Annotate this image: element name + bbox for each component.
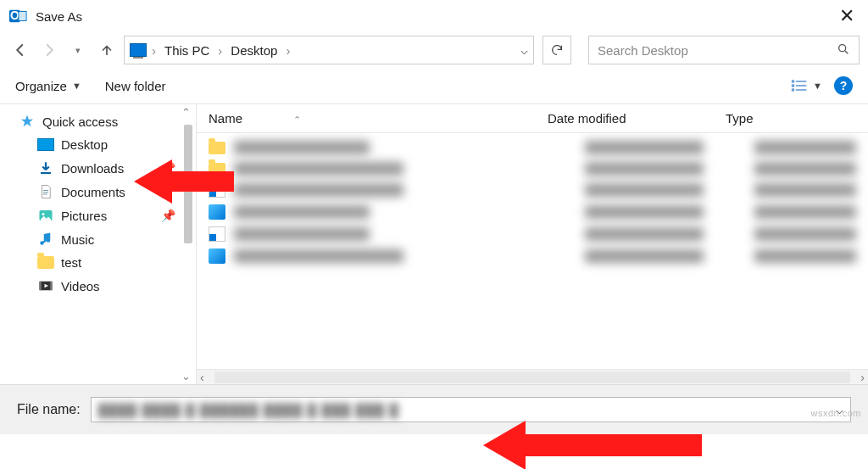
search-input[interactable]: Search Desktop (588, 36, 860, 64)
sidebar-item-quick-access[interactable]: Quick access (0, 109, 196, 133)
sidebar-item-videos[interactable]: Videos (0, 274, 196, 298)
svg-rect-5 (792, 84, 794, 87)
folder-icon (209, 163, 225, 176)
svg-rect-13 (40, 282, 42, 291)
horizontal-scrollbar[interactable]: ‹ › (197, 369, 868, 384)
videos-icon (37, 278, 54, 293)
footer: File name: ████ ████ █ ██████ ████ █ ███… (0, 384, 868, 434)
sidebar: ⌃ Quick access Desktop Downloads 📌 Docum… (0, 104, 197, 384)
scrollbar-track[interactable] (214, 371, 851, 383)
scroll-right-icon[interactable]: › (860, 371, 865, 384)
table-row[interactable] (197, 158, 868, 179)
filename-label: File name: (17, 402, 81, 417)
desktop-icon (37, 138, 54, 151)
chevron-right-icon: › (152, 43, 156, 58)
pin-icon: 📌 (161, 185, 175, 198)
file-pane: Name⌃ Date modified Type ‹ › (197, 104, 868, 384)
pictures-icon (37, 208, 54, 223)
columns-header: Name⌃ Date modified Type (197, 104, 868, 133)
outlook-icon: O (8, 7, 27, 25)
pin-icon: 📌 (161, 161, 175, 175)
svg-point-3 (839, 44, 846, 51)
breadcrumb[interactable]: Desktop (227, 42, 281, 59)
shortcut-icon (209, 226, 225, 242)
svg-rect-2 (19, 12, 26, 21)
search-placeholder: Search Desktop (598, 43, 688, 58)
file-list (197, 133, 868, 369)
table-row[interactable] (197, 137, 868, 158)
this-pc-icon (130, 43, 147, 57)
sidebar-item-pictures[interactable]: Pictures 📌 (0, 204, 196, 227)
close-button[interactable]: ✕ (834, 5, 860, 27)
column-type[interactable]: Type (726, 111, 856, 126)
svg-rect-4 (792, 80, 794, 82)
watermark: wsxdn.com (810, 408, 861, 418)
scroll-down-icon[interactable]: ⌄ (181, 370, 191, 382)
column-name[interactable]: Name⌃ (209, 111, 548, 126)
svg-point-11 (42, 213, 45, 215)
search-icon (837, 42, 850, 59)
svg-rect-6 (792, 88, 794, 91)
sort-caret-icon: ⌃ (293, 114, 301, 125)
sidebar-item-downloads[interactable]: Downloads 📌 (0, 156, 196, 180)
chevron-down-icon: ▼ (72, 81, 81, 91)
recent-dropdown[interactable]: ▾ (66, 38, 90, 62)
address-dropdown[interactable]: ⌵ (520, 42, 528, 58)
sidebar-item-desktop[interactable]: Desktop (0, 133, 196, 156)
back-button[interactable] (8, 38, 32, 62)
chevron-right-icon: › (218, 43, 222, 58)
chevron-down-icon: ▼ (813, 81, 822, 91)
address-bar[interactable]: › This PC › Desktop › ⌵ (124, 36, 534, 64)
organize-menu[interactable]: Organize ▼ (15, 79, 81, 93)
shortcut-icon (209, 182, 225, 198)
sidebar-item-music[interactable]: Music (0, 227, 196, 251)
breadcrumb[interactable]: This PC (161, 42, 213, 59)
scroll-left-icon[interactable]: ‹ (200, 371, 204, 384)
folder-icon (209, 142, 225, 154)
pin-icon: 📌 (161, 209, 175, 222)
titlebar: O Save As ✕ (0, 0, 868, 32)
table-row[interactable] (197, 201, 868, 223)
main-body: ⌃ Quick access Desktop Downloads 📌 Docum… (0, 104, 868, 384)
svg-rect-14 (50, 282, 52, 291)
svg-rect-9 (796, 89, 807, 91)
document-icon (37, 184, 54, 199)
edge-icon (209, 204, 225, 220)
table-row[interactable] (197, 179, 868, 201)
nav-row: ▾ › This PC › Desktop › ⌵ Search Desktop (0, 32, 868, 68)
music-icon (37, 232, 54, 247)
new-folder-button[interactable]: New folder (105, 79, 166, 93)
scrollbar-thumb[interactable] (184, 125, 192, 243)
scroll-up-icon[interactable]: ⌃ (181, 106, 191, 119)
toolbar: Organize ▼ New folder ▼ ? (0, 68, 868, 104)
table-row[interactable] (197, 245, 868, 267)
svg-rect-7 (796, 81, 807, 82)
edge-icon (209, 248, 225, 264)
table-row[interactable] (197, 223, 868, 245)
up-button[interactable] (95, 38, 119, 62)
sidebar-item-documents[interactable]: Documents 📌 (0, 180, 196, 204)
svg-text:O: O (10, 9, 19, 22)
svg-rect-8 (796, 85, 807, 87)
column-date[interactable]: Date modified (548, 111, 726, 126)
star-icon (19, 114, 36, 129)
filename-input[interactable]: ████ ████ █ ██████ ████ █ ███ ███ █ ⌵ (91, 397, 851, 422)
forward-button[interactable] (37, 38, 61, 62)
sidebar-item-test[interactable]: test (0, 251, 196, 274)
refresh-button[interactable] (542, 36, 571, 64)
folder-icon (37, 256, 54, 269)
view-options[interactable]: ▼ (791, 79, 822, 92)
chevron-right-icon: › (286, 43, 290, 58)
window-title: Save As (36, 9, 82, 24)
help-button[interactable]: ? (834, 76, 853, 95)
download-icon (37, 160, 54, 176)
